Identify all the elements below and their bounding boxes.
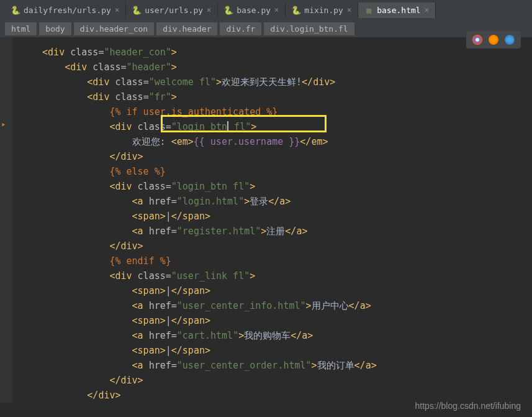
gutter: ▸	[0, 37, 12, 403]
tab-base-html[interactable]: ▦ base.html ×	[358, 2, 436, 18]
code-line: <div class="fr">	[12, 89, 532, 104]
code-line: <a href="user_center_info.html">用户中心</a>	[12, 298, 532, 313]
tab-base-py[interactable]: 🐍 base.py ×	[218, 2, 286, 18]
code-line: </div>	[12, 373, 532, 388]
tab-label: base.html	[377, 6, 420, 15]
code-line: <span>|</span>	[12, 343, 532, 358]
code-line: <a href="user_center_order.html">我的订单</a…	[12, 358, 532, 373]
code-line: <a href="login.html">登录</a>	[12, 194, 532, 209]
python-icon: 🐍	[11, 6, 20, 14]
crumb-body[interactable]: body	[39, 22, 71, 35]
code-editor[interactable]: ▸ <div class="header_con"> <div class="h…	[0, 37, 532, 403]
tab-label: base.py	[237, 6, 271, 15]
code-line: <div class="login_btn fl">	[12, 179, 532, 194]
code-line: {% endif %}	[12, 254, 532, 268]
tab-label: mixin.py	[304, 6, 343, 15]
close-icon[interactable]: ×	[207, 6, 211, 14]
html-icon: ▦	[364, 6, 373, 14]
editor-tabs: 🐍 dailyfresh/urls.py × 🐍 user/urls.py × …	[0, 0, 532, 20]
code-line: <div class="login_btn fl">	[12, 119, 532, 134]
tab-user-urls[interactable]: 🐍 user/urls.py ×	[126, 2, 218, 18]
code-line: <span>|</span>	[12, 283, 532, 298]
code-line: <span>|</span>	[12, 209, 532, 224]
breadcrumb-bar: html body div.header_con div.header div.…	[0, 20, 532, 37]
crumb-html[interactable]: html	[5, 22, 37, 35]
close-icon[interactable]: ×	[115, 6, 119, 14]
watermark: https://blog.csdn.net/ifubing	[415, 401, 521, 411]
code-line: {% if user.is_authenticated %}	[12, 104, 532, 119]
python-icon: 🐍	[224, 6, 233, 14]
python-icon: 🐍	[292, 6, 300, 14]
tab-dailyfresh-urls[interactable]: 🐍 dailyfresh/urls.py ×	[5, 2, 126, 18]
code-line: </div>	[12, 239, 532, 254]
crumb-header[interactable]: div.header	[156, 22, 217, 35]
code-line: <div class="header">	[12, 60, 532, 75]
crumb-login-btn[interactable]: div.login_btn.fl	[264, 22, 354, 35]
tab-mixin-py[interactable]: 🐍 mixin.py ×	[286, 2, 358, 18]
tab-label: dailyfresh/urls.py	[24, 6, 111, 15]
close-icon[interactable]: ×	[274, 6, 279, 14]
code-line: <div class="welcome fl">欢迎来到天天生鲜!</div>	[12, 75, 532, 89]
code-line: <a href="register.html">注册</a>	[12, 224, 532, 239]
breakpoint-indicator[interactable]: ▸	[1, 117, 6, 132]
code-line: </div>	[12, 149, 532, 164]
crumb-header-con[interactable]: div.header_con	[74, 22, 155, 35]
code-line: <span>|</span>	[12, 313, 532, 328]
code-line: <div class="user_link fl">	[12, 268, 532, 283]
python-icon: 🐍	[132, 6, 141, 14]
crumb-fr[interactable]: div.fr	[220, 22, 261, 35]
close-icon[interactable]: ×	[425, 6, 429, 14]
code-line: <div class="header_con">	[12, 45, 532, 60]
close-icon[interactable]: ×	[347, 6, 351, 14]
code-line: {% else %}	[12, 164, 532, 179]
code-line: <a href="cart.html">我的购物车</a>	[12, 328, 532, 343]
code-line: 欢迎您: <em>{{ user.username }}</em>	[12, 134, 532, 149]
tab-label: user/urls.py	[145, 6, 203, 15]
